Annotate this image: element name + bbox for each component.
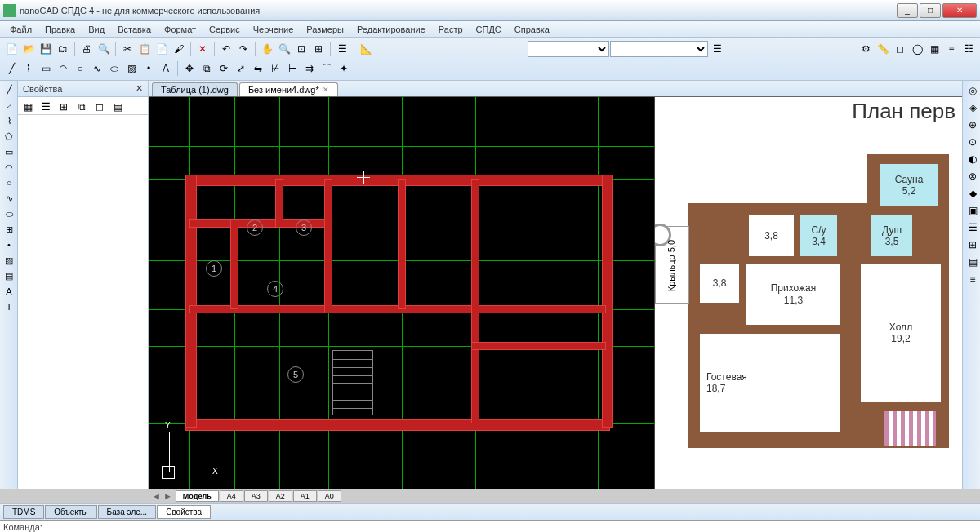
arc-icon[interactable]: ◠ — [55, 60, 71, 77]
spds-tool-6[interactable]: ≡ — [943, 41, 960, 57]
delete-icon[interactable]: ✕ — [194, 41, 211, 57]
rtool-7[interactable]: ◆ — [964, 185, 980, 202]
offset-icon[interactable]: ⇉ — [301, 60, 318, 77]
fillet-icon[interactable]: ⌒ — [318, 60, 335, 77]
ellipse-icon[interactable]: ⬭ — [106, 60, 122, 77]
menu-raster[interactable]: Растр — [432, 23, 470, 36]
menu-edit[interactable]: Правка — [38, 23, 82, 36]
draw-hatch-icon[interactable]: ▨ — [2, 253, 16, 268]
draw-region-icon[interactable]: ▤ — [2, 268, 16, 283]
properties-icon[interactable]: ☰ — [334, 41, 350, 57]
menu-insert[interactable]: Вставка — [111, 23, 158, 36]
cad-canvas[interactable]: 1 2 3 4 5 Y X — [149, 97, 655, 489]
btab-base[interactable]: База эле... — [98, 505, 157, 519]
rtool-11[interactable]: ▤ — [964, 254, 980, 270]
menu-spds[interactable]: СПДС — [470, 23, 508, 36]
print-icon[interactable]: 🖨 — [78, 41, 95, 57]
color-combo[interactable] — [610, 41, 708, 57]
menu-service[interactable]: Сервис — [203, 23, 247, 36]
draw-ellipse-icon[interactable]: ⬭ — [2, 206, 16, 221]
open-icon[interactable]: 📂 — [20, 41, 37, 57]
trim-icon[interactable]: ⊬ — [267, 60, 283, 77]
pan-icon[interactable]: ✋ — [259, 41, 275, 57]
preview-icon[interactable]: 🔍 — [96, 41, 112, 57]
line-icon[interactable]: ╱ — [3, 60, 20, 77]
draw-text-icon[interactable]: A — [2, 284, 16, 299]
mirror-icon[interactable]: ⇋ — [250, 60, 266, 77]
reference-canvas[interactable]: План перв Сауна5,2 3,8 С/у3,4 Душ3,5 — [655, 97, 962, 489]
draw-polygon-icon[interactable]: ⬠ — [2, 129, 16, 144]
spds-tool-3[interactable]: ◻ — [892, 41, 908, 57]
draw-rect-icon[interactable]: ▭ — [2, 144, 16, 159]
rtool-4[interactable]: ⊙ — [964, 134, 980, 150]
undo-icon[interactable]: ↶ — [218, 41, 234, 57]
menu-view[interactable]: Вид — [82, 23, 111, 36]
btab-props[interactable]: Свойства — [157, 505, 211, 519]
layout-tab-a4[interactable]: A4 — [220, 490, 243, 502]
draw-pline-icon[interactable]: ⌇ — [2, 113, 16, 128]
menu-draw[interactable]: Черчение — [247, 23, 301, 36]
paste-icon[interactable]: 📄 — [154, 41, 170, 57]
spds-tool-2[interactable]: 📏 — [875, 41, 891, 57]
point-icon[interactable]: • — [140, 60, 157, 77]
minimize-button[interactable]: _ — [897, 3, 918, 18]
file-tab-1[interactable]: Без имени4.dwg*✕ — [239, 82, 338, 96]
ucs-icon[interactable]: 📐 — [358, 41, 374, 57]
rect-icon[interactable]: ▭ — [38, 60, 54, 77]
draw-xline-icon[interactable]: ⟋ — [2, 98, 16, 113]
menu-file[interactable]: Файл — [3, 23, 38, 36]
cut-icon[interactable]: ✂ — [119, 41, 136, 57]
draw-point-icon[interactable]: • — [2, 237, 16, 252]
redo-icon[interactable]: ↷ — [235, 41, 252, 57]
hatch-icon[interactable]: ▨ — [123, 60, 140, 77]
explode-icon[interactable]: ✦ — [336, 60, 352, 77]
copy-icon[interactable]: 📋 — [136, 41, 153, 57]
zoom-icon[interactable]: 🔍 — [276, 41, 292, 57]
draw-circle-icon[interactable]: ○ — [2, 175, 16, 190]
rtool-1[interactable]: ◎ — [964, 82, 980, 99]
spds-tool-7[interactable]: ☷ — [960, 41, 977, 57]
text-icon[interactable]: A — [158, 60, 174, 77]
save-icon[interactable]: 💾 — [38, 41, 54, 57]
draw-mtext-icon[interactable]: T — [2, 299, 16, 314]
menu-format[interactable]: Формат — [158, 23, 203, 36]
layer-combo[interactable] — [528, 41, 609, 57]
tab-close-icon[interactable]: ✕ — [323, 86, 329, 94]
rtool-8[interactable]: ▣ — [964, 202, 980, 219]
rtool-12[interactable]: ≡ — [964, 271, 980, 287]
menu-help[interactable]: Справка — [508, 23, 556, 36]
props-btn-4[interactable]: ⧉ — [74, 99, 90, 115]
props-btn-5[interactable]: ◻ — [91, 99, 108, 115]
zoomwin-icon[interactable]: ⊡ — [293, 41, 310, 57]
menu-dimensions[interactable]: Размеры — [300, 23, 350, 36]
layout-tab-a2[interactable]: A2 — [269, 490, 292, 502]
props-btn-3[interactable]: ⊞ — [56, 99, 72, 115]
scale-icon[interactable]: ⤢ — [233, 60, 249, 77]
layout-tab-a1[interactable]: A1 — [293, 490, 317, 502]
close-button[interactable]: ✕ — [942, 3, 977, 18]
zoomext-icon[interactable]: ⊞ — [310, 41, 327, 57]
rtool-6[interactable]: ⊗ — [964, 168, 980, 184]
file-tab-0[interactable]: Таблица (1).dwg — [152, 82, 238, 96]
saveall-icon[interactable]: 🗂 — [55, 41, 71, 57]
rtool-9[interactable]: ☰ — [964, 219, 980, 236]
draw-arc-icon[interactable]: ◠ — [2, 160, 16, 175]
extend-icon[interactable]: ⊢ — [284, 60, 301, 77]
spline-icon[interactable]: ∿ — [89, 60, 105, 77]
new-icon[interactable]: 📄 — [3, 41, 20, 57]
maximize-button[interactable]: □ — [920, 3, 941, 18]
spds-tool-4[interactable]: ◯ — [909, 41, 925, 57]
circle-icon[interactable]: ○ — [72, 60, 88, 77]
layout-tab-a3[interactable]: A3 — [244, 490, 268, 502]
match-icon[interactable]: 🖌 — [171, 41, 187, 57]
spds-tool-5[interactable]: ▦ — [926, 41, 942, 57]
btab-tdms[interactable]: TDMS — [3, 505, 44, 519]
layout-tab-model[interactable]: Модель — [176, 490, 219, 502]
pline-icon[interactable]: ⌇ — [20, 60, 37, 77]
btab-objects[interactable]: Объекты — [45, 505, 96, 519]
props-btn-1[interactable]: ▦ — [20, 99, 36, 115]
copy2-icon[interactable]: ⧉ — [198, 60, 215, 77]
layerprops-icon[interactable]: ☰ — [709, 41, 725, 57]
draw-block-icon[interactable]: ⊞ — [2, 222, 16, 237]
command-area[interactable]: Команда: Укажите положение текста: — [0, 520, 980, 532]
